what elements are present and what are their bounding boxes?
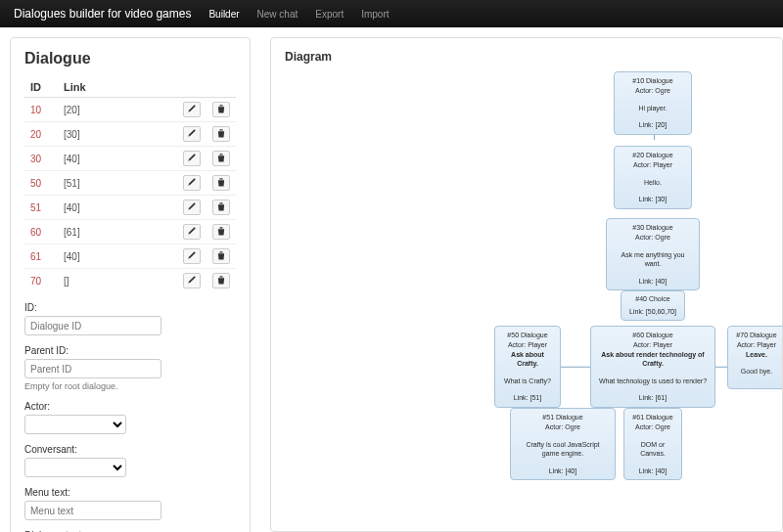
edit-icon: [187, 275, 197, 287]
edit-button[interactable]: [183, 248, 201, 264]
row-link: [40]: [58, 147, 177, 171]
row-link: [20]: [58, 98, 177, 122]
parent-id-help: Empty for root dialogue.: [24, 381, 236, 391]
diagram-node-30[interactable]: #30 Dialogue Actor: Ogre Ask me anything…: [606, 218, 700, 290]
table-row: 20[30]: [24, 122, 236, 147]
col-id: ID: [24, 77, 58, 98]
edit-button[interactable]: [183, 224, 201, 240]
trash-icon: [216, 128, 226, 140]
actor-select[interactable]: [24, 415, 126, 434]
row-id: 50: [24, 171, 58, 196]
diagram-node-10[interactable]: #10 Dialogue Actor: Ogre Hi player. Link…: [614, 71, 692, 135]
edit-icon: [187, 177, 197, 189]
delete-button[interactable]: [212, 175, 230, 191]
actor-label: Actor:: [24, 401, 236, 412]
nav-export[interactable]: Export: [315, 9, 344, 20]
row-id: 20: [24, 122, 58, 147]
id-input[interactable]: [24, 316, 161, 335]
trash-icon: [216, 250, 226, 262]
row-link: [40]: [58, 196, 177, 220]
edit-button[interactable]: [183, 102, 201, 117]
diagram-title: Diagram: [285, 50, 768, 64]
edit-icon: [187, 153, 197, 164]
conversant-select[interactable]: [24, 458, 126, 477]
menu-text-input[interactable]: [24, 501, 161, 520]
delete-button[interactable]: [212, 248, 230, 264]
trash-icon: [216, 226, 226, 238]
col-link: Link: [58, 77, 177, 98]
diagram-node-61[interactable]: #61 Dialogue Actor: Ogre DOM or Canvas. …: [623, 408, 682, 480]
row-id: 30: [24, 147, 58, 171]
delete-button[interactable]: [212, 151, 230, 166]
edit-button[interactable]: [183, 126, 201, 142]
row-id: 51: [24, 196, 58, 220]
nav-builder[interactable]: Builder: [208, 9, 239, 20]
edit-icon: [187, 128, 197, 140]
edit-icon: [187, 250, 197, 262]
trash-icon: [216, 201, 226, 213]
table-row: 61[40]: [24, 244, 236, 269]
brand: Dialogues builder for video games: [14, 7, 191, 21]
row-id: 70: [24, 269, 58, 293]
dialogue-panel: Dialogue ID Link 10[20]20[30]30[40]50[51…: [10, 37, 251, 532]
delete-button[interactable]: [212, 224, 230, 240]
menu-text-label: Menu text:: [24, 487, 236, 498]
row-link: []: [58, 269, 177, 293]
table-row: 70[]: [24, 269, 236, 293]
edit-icon: [187, 226, 197, 238]
conversant-label: Conversant:: [24, 444, 236, 455]
delete-button[interactable]: [212, 200, 230, 215]
row-link: [51]: [58, 171, 177, 196]
trash-icon: [216, 177, 226, 189]
row-link: [40]: [58, 244, 177, 269]
delete-button[interactable]: [212, 273, 230, 288]
navbar: Dialogues builder for video games Builde…: [0, 0, 783, 27]
diagram-panel: Diagram #10 Dialogue Actor: Ogre Hi play…: [270, 37, 783, 532]
edit-icon: [187, 104, 197, 115]
trash-icon: [216, 153, 226, 164]
table-row: 30[40]: [24, 147, 236, 171]
edit-button[interactable]: [183, 200, 201, 215]
trash-icon: [216, 275, 226, 287]
diagram-node-51[interactable]: #51 Dialogue Actor: Ogre Crafty is cool …: [510, 408, 616, 480]
diagram-node-20[interactable]: #20 Dialogue Actor: Player Hello. Link: …: [614, 146, 692, 209]
table-row: 60[61]: [24, 220, 236, 244]
diagram-node-60[interactable]: #60 Dialogue Actor: Player Ask about ren…: [590, 326, 715, 408]
table-row: 10[20]: [24, 98, 236, 122]
nav-new-chat[interactable]: New chat: [257, 9, 299, 20]
row-id: 10: [24, 98, 58, 122]
parent-id-label: Parent ID:: [24, 345, 236, 356]
diagram-area: #10 Dialogue Actor: Ogre Hi player. Link…: [271, 71, 782, 531]
diagram-node-40[interactable]: #40 Choice Link: [50,60,70]: [621, 290, 685, 321]
diagram-node-70[interactable]: #70 Dialogue Actor: Player Leave. Good b…: [727, 326, 783, 389]
row-id: 61: [24, 244, 58, 269]
row-id: 60: [24, 220, 58, 244]
dialogue-title: Dialogue: [24, 50, 236, 67]
row-link: [61]: [58, 220, 177, 244]
edit-button[interactable]: [183, 175, 201, 191]
trash-icon: [216, 104, 226, 115]
parent-id-input[interactable]: [24, 359, 161, 378]
edit-icon: [187, 201, 197, 213]
main-container: Dialogue ID Link 10[20]20[30]30[40]50[51…: [0, 27, 783, 532]
table-row: 50[51]: [24, 171, 236, 196]
dialogue-table: ID Link 10[20]20[30]30[40]50[51]51[40]60…: [24, 77, 236, 292]
delete-button[interactable]: [212, 126, 230, 142]
edit-button[interactable]: [183, 151, 201, 166]
id-label: ID:: [24, 302, 236, 313]
diagram-node-50[interactable]: #50 Dialogue Actor: Player Ask about Cra…: [494, 326, 561, 408]
row-link: [30]: [58, 122, 177, 147]
edit-button[interactable]: [183, 273, 201, 288]
table-row: 51[40]: [24, 196, 236, 220]
delete-button[interactable]: [212, 102, 230, 117]
nav-import[interactable]: Import: [361, 9, 389, 20]
